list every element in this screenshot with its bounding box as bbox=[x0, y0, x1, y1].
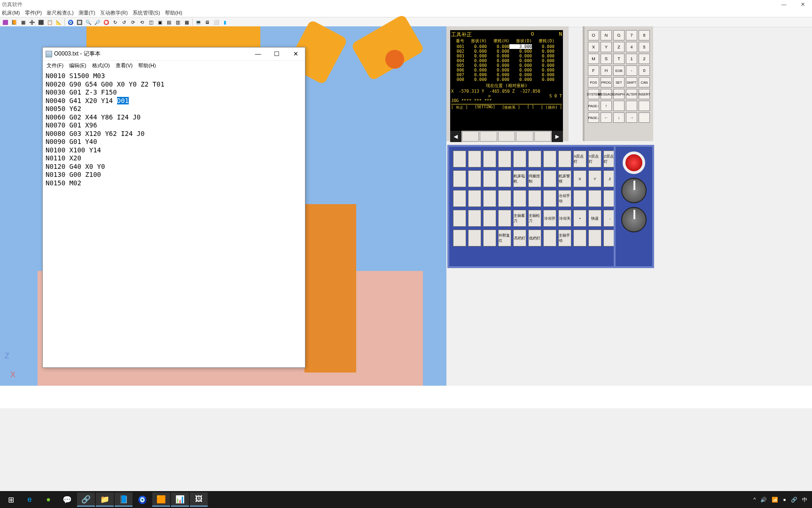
mop-btn-blank[interactable] bbox=[573, 230, 586, 246]
softkey-right-arrow[interactable]: ► bbox=[552, 131, 563, 142]
mop-btn-blank[interactable] bbox=[483, 170, 496, 187]
mop-btn-低档灯[interactable]: 低档灯 bbox=[528, 230, 541, 246]
mop-btn-blank[interactable] bbox=[558, 151, 571, 167]
task-edge[interactable]: e bbox=[21, 492, 39, 507]
offset-row[interactable]: 0050.0000.0000.0000.000 bbox=[451, 63, 562, 68]
tb-btn-8[interactable]: 🧿 bbox=[66, 18, 75, 26]
tray-sound-icon[interactable]: 🔊 bbox=[760, 497, 767, 503]
window-close[interactable]: ✕ bbox=[793, 0, 812, 8]
mop-btn-blank[interactable] bbox=[513, 151, 526, 167]
feed-override-dial[interactable] bbox=[621, 178, 647, 203]
mop-btn-主轴紧刀[interactable]: 主轴紧刀 bbox=[513, 210, 526, 227]
mop-btn-主轴松刀[interactable]: 主轴松刀 bbox=[528, 210, 541, 227]
mop-btn-blank[interactable] bbox=[468, 190, 481, 207]
mdi-key-7[interactable]: 7 bbox=[626, 30, 637, 40]
mdi-key-↑[interactable]: ↑ bbox=[601, 101, 612, 111]
spindle-override-dial[interactable] bbox=[621, 207, 647, 232]
softkey-1[interactable] bbox=[462, 131, 479, 142]
offset-row[interactable]: 0040.0000.0000.0000.000 bbox=[451, 58, 562, 63]
mop-btn-冷却关[interactable]: 冷却关 bbox=[558, 210, 571, 227]
mop-btn-X[interactable]: X bbox=[573, 170, 586, 187]
mop-btn-blank[interactable] bbox=[498, 170, 511, 187]
tray-icon-2[interactable]: 🔗 bbox=[791, 497, 797, 503]
tb-btn-17[interactable]: ◫ bbox=[147, 18, 155, 26]
emergency-stop[interactable] bbox=[623, 151, 645, 174]
notepad-minimize[interactable]: — bbox=[249, 48, 267, 61]
mop-btn-Y原点灯[interactable]: Y原点灯 bbox=[588, 151, 601, 167]
tb-btn-11[interactable]: 🔎 bbox=[93, 18, 102, 26]
tb-btn-9[interactable]: 🔲 bbox=[75, 18, 84, 26]
menu-machine[interactable]: 机床(M) bbox=[2, 9, 20, 16]
mop-btn-blank[interactable] bbox=[588, 190, 601, 207]
code-line[interactable]: N0080 G03 X120 Y62 I24 J0 bbox=[46, 130, 302, 138]
task-office[interactable]: 🟧 bbox=[152, 492, 170, 507]
mop-btn-blank[interactable] bbox=[498, 190, 511, 207]
mop-btn-blank[interactable] bbox=[528, 190, 541, 207]
tray-ime[interactable]: 中 bbox=[802, 496, 807, 503]
mdi-key-x[interactable]: X bbox=[588, 42, 599, 52]
mdi-key-pos[interactable]: POS bbox=[588, 77, 599, 87]
notepad-window[interactable]: O0003.txt - 记事本 — ☐ ✕ 文件(F) 编辑(E) 格式(O) … bbox=[42, 47, 305, 368]
mdi-key-page↓[interactable]: PAGE↓ bbox=[588, 112, 599, 123]
menu-tutorial[interactable]: 互动教学(R) bbox=[100, 9, 128, 16]
mdi-key-y[interactable]: Y bbox=[601, 42, 612, 52]
mdi-key-prog[interactable]: PROG bbox=[601, 77, 612, 87]
np-menu-edit[interactable]: 编辑(E) bbox=[69, 62, 86, 69]
start-button[interactable]: ⊞ bbox=[2, 492, 20, 507]
mdi-key-blank[interactable] bbox=[626, 101, 637, 111]
mdi-key-f[interactable]: F bbox=[588, 65, 599, 76]
code-line[interactable]: N0130 G00 Z100 bbox=[46, 171, 302, 179]
task-app-3[interactable]: 🧿 bbox=[133, 492, 151, 507]
offset-row[interactable]: 0020.0000.0000.0000.000 bbox=[451, 49, 562, 54]
softkey-4[interactable] bbox=[516, 131, 533, 142]
mdi-key-page↑[interactable]: PAGE↑ bbox=[588, 101, 599, 111]
mop-btn-Y[interactable]: Y bbox=[588, 170, 601, 187]
tb-btn-13[interactable]: ↻ bbox=[111, 18, 119, 26]
mop-btn-伺服控制[interactable]: 伺服控制 bbox=[528, 170, 541, 187]
mdi-key-set[interactable]: SET bbox=[613, 77, 625, 87]
mop-btn-冷却开[interactable]: 冷却开 bbox=[543, 210, 556, 227]
notepad-close[interactable]: ✕ bbox=[286, 48, 305, 61]
task-sim[interactable]: 📊 bbox=[171, 492, 189, 507]
code-line[interactable]: N0120 G40 X0 Y0 bbox=[46, 163, 302, 171]
mop-btn-blank[interactable] bbox=[543, 170, 556, 187]
tray-icon-1[interactable]: ● bbox=[783, 497, 786, 502]
mop-btn-冷却手动[interactable]: 冷却手动 bbox=[558, 190, 571, 207]
cnc-screen[interactable]: 工具补正 O N 番号形状(H)摩耗(H)形状(D)摩耗(D)0010.0000… bbox=[450, 30, 563, 131]
mdi-key-4[interactable]: 4 bbox=[626, 42, 637, 52]
mop-btn-blank[interactable] bbox=[528, 151, 541, 167]
mdi-key-z[interactable]: Z bbox=[613, 42, 625, 52]
mdi-key-blank[interactable] bbox=[613, 101, 625, 111]
task-app-1[interactable]: ● bbox=[39, 492, 57, 507]
tb-btn-5[interactable]: ⬛ bbox=[37, 18, 45, 26]
mdi-key-8[interactable]: 8 bbox=[639, 30, 650, 40]
np-menu-help[interactable]: 帮助(H) bbox=[138, 62, 156, 69]
task-explorer[interactable]: 📁 bbox=[96, 492, 114, 507]
mdi-key-2[interactable]: 2 bbox=[639, 54, 650, 64]
code-line[interactable]: N0050 Y62 bbox=[46, 105, 302, 113]
mop-btn-blank[interactable] bbox=[513, 190, 526, 207]
np-menu-view[interactable]: 查看(V) bbox=[116, 62, 133, 69]
menu-measure[interactable]: 测量(T) bbox=[78, 9, 95, 16]
tb-btn-10[interactable]: 🔍 bbox=[84, 18, 93, 26]
code-line[interactable]: N0060 G02 X44 Y86 I24 J0 bbox=[46, 113, 302, 122]
mop-btn-blank[interactable] bbox=[543, 190, 556, 207]
menu-system[interactable]: 系统管理(S) bbox=[133, 9, 160, 16]
mop-btn-blank[interactable] bbox=[453, 210, 466, 227]
mop-btn-blank[interactable] bbox=[543, 230, 556, 246]
offset-row[interactable]: 0060.0000.0000.0000.000 bbox=[451, 68, 562, 72]
menu-part[interactable]: 零件(P) bbox=[25, 9, 42, 16]
tb-btn-24[interactable]: ⬜ bbox=[212, 18, 220, 26]
code-line[interactable]: N0090 G01 Y40 bbox=[46, 138, 302, 146]
mdi-key-o[interactable]: O bbox=[588, 30, 599, 40]
mop-btn-blank[interactable] bbox=[468, 151, 481, 167]
tb-btn-15[interactable]: ⟳ bbox=[129, 18, 137, 26]
mdi-key-message[interactable]: MESSAGE bbox=[601, 89, 612, 99]
softkey-2[interactable] bbox=[480, 131, 497, 142]
window-minimize[interactable]: — bbox=[774, 0, 793, 8]
mdi-key-h[interactable]: H bbox=[601, 65, 612, 76]
notepad-titlebar[interactable]: O0003.txt - 记事本 — ☐ ✕ bbox=[43, 48, 305, 61]
code-line[interactable]: N0010 S1500 M03 bbox=[46, 72, 302, 80]
menu-help[interactable]: 帮助(H) bbox=[165, 9, 182, 16]
mop-btn-主轴手动[interactable]: 主轴手动 bbox=[558, 230, 571, 246]
